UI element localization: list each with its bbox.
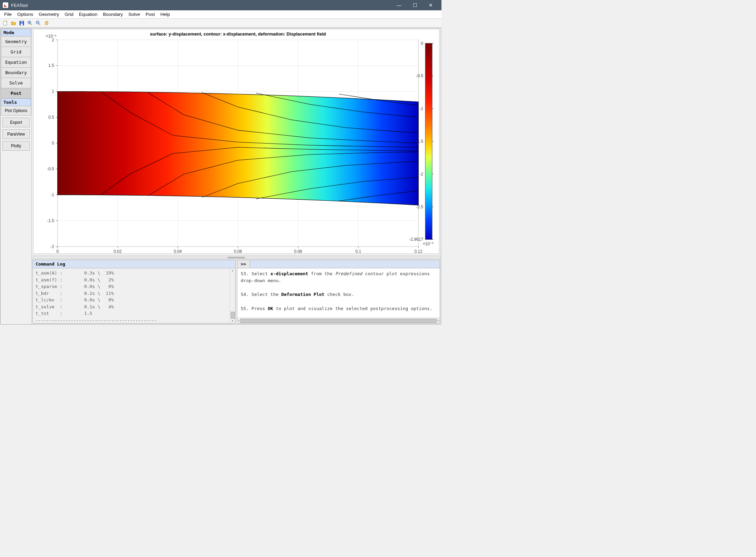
window-titlebar: ◣ FEATool — ☐ ✕ (0, 0, 441, 10)
mode-post-button[interactable]: Post (1, 88, 31, 99)
svg-text:0.08: 0.08 (294, 249, 302, 253)
menu-solve[interactable]: Solve (126, 11, 143, 18)
menu-geometry[interactable]: Geometry (36, 11, 62, 18)
svg-text:1: 1 (52, 89, 54, 94)
svg-text:0.5: 0.5 (48, 115, 54, 120)
svg-text:-0.5: -0.5 (47, 167, 54, 171)
svg-text:0.02: 0.02 (114, 249, 122, 253)
svg-text:-0.5: -0.5 (416, 73, 424, 78)
svg-line-9 (39, 23, 40, 25)
svg-text:×10⁻³: ×10⁻³ (46, 34, 56, 39)
paraview-button[interactable]: ParaView (2, 129, 30, 139)
zoom-in-icon[interactable] (26, 19, 34, 27)
open-file-icon[interactable] (10, 19, 17, 27)
menu-options[interactable]: Options (14, 11, 36, 18)
command-input[interactable] (250, 260, 440, 268)
export-button[interactable]: Export (2, 118, 30, 127)
svg-text:0.06: 0.06 (234, 249, 242, 253)
menu-help[interactable]: Help (158, 11, 173, 18)
svg-text:×10⁻⁵: ×10⁻⁵ (423, 241, 434, 246)
svg-rect-2 (21, 23, 23, 25)
help-body[interactable]: 53. Select x-displacement from the Prede… (237, 268, 440, 318)
tools-header: Tools (1, 98, 31, 106)
svg-text:0.12: 0.12 (415, 249, 423, 253)
svg-text:0.04: 0.04 (174, 249, 182, 253)
svg-text:0: 0 (421, 41, 424, 46)
svg-text:-1: -1 (50, 192, 54, 197)
svg-text:surface: y-displacement, conto: surface: y-displacement, contour: x-disp… (150, 31, 326, 37)
window-maximize-button[interactable]: ☐ (407, 0, 423, 10)
pan-hand-icon[interactable] (43, 19, 50, 27)
svg-rect-62 (425, 43, 432, 240)
command-log-header: Command Log (33, 260, 235, 268)
menu-equation[interactable]: Equation (76, 11, 100, 18)
save-file-icon[interactable] (18, 19, 26, 27)
toolbar (0, 19, 441, 28)
svg-text:-2: -2 (420, 172, 424, 177)
plot-canvas[interactable]: surface: y-displacement, contour: x-disp… (33, 29, 439, 253)
svg-text:0: 0 (52, 141, 54, 146)
svg-text:-2: -2 (50, 244, 54, 249)
new-file-icon[interactable] (1, 19, 9, 27)
menu-post[interactable]: Post (143, 11, 158, 18)
svg-text:-2.5: -2.5 (416, 205, 424, 209)
svg-rect-3 (21, 21, 23, 22)
mode-header: Mode (1, 29, 31, 37)
svg-line-5 (30, 23, 32, 25)
svg-text:-1: -1 (420, 106, 424, 111)
command-log-body[interactable]: t_asm(A) : 0.3s \ 19% t_asm(f) : 0.0s \ … (33, 268, 235, 323)
menu-grid[interactable]: Grid (62, 11, 77, 18)
svg-text:0: 0 (56, 249, 59, 253)
menu-file[interactable]: File (1, 11, 14, 18)
svg-text:-1.5: -1.5 (47, 218, 54, 223)
left-sidebar: Mode Geometry Grid Equation Boundary Sol… (1, 28, 32, 324)
window-minimize-button[interactable]: — (391, 0, 407, 10)
plotly-button[interactable]: Plotly (2, 141, 30, 151)
app-logo-icon: ◣ (3, 2, 8, 8)
plot-options-button[interactable]: Plot Options (1, 106, 31, 116)
window-close-button[interactable]: ✕ (423, 0, 439, 10)
mode-boundary-button[interactable]: Boundary (1, 67, 31, 78)
zoom-out-icon[interactable] (34, 19, 42, 27)
command-log-scrollbar[interactable]: ▴▾ (230, 268, 235, 323)
plot-area[interactable]: surface: y-displacement, contour: x-disp… (32, 28, 441, 257)
svg-text:-1.5: -1.5 (416, 139, 424, 144)
svg-text:1.5: 1.5 (48, 63, 54, 68)
menu-boundary[interactable]: Boundary (100, 11, 126, 18)
help-horizontal-scrollbar[interactable]: <> (237, 318, 440, 323)
mode-solve-button[interactable]: Solve (1, 78, 31, 88)
mode-equation-button[interactable]: Equation (1, 57, 31, 68)
prompt-label: >> (237, 260, 250, 268)
window-title: FEATool (11, 3, 28, 8)
mode-geometry-button[interactable]: Geometry (1, 36, 31, 47)
svg-text:-2.9617: -2.9617 (409, 237, 424, 242)
menu-bar: File Options Geometry Grid Equation Boun… (0, 10, 441, 19)
command-prompt-row: >> (237, 260, 440, 268)
command-log-panel: Command Log t_asm(A) : 0.3s \ 19% t_asm(… (32, 260, 236, 324)
mode-grid-button[interactable]: Grid (1, 47, 31, 57)
svg-text:0.1: 0.1 (355, 249, 361, 253)
